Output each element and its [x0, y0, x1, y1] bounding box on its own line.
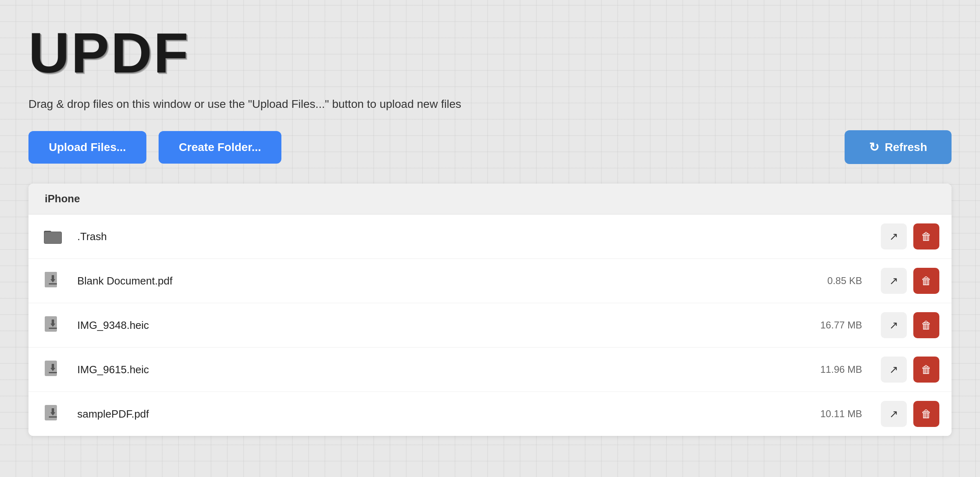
svg-rect-11 — [49, 328, 57, 329]
file-name: samplePDF.pdf — [77, 408, 797, 420]
svg-rect-18 — [52, 408, 54, 413]
svg-rect-6 — [52, 275, 54, 280]
download-icon — [41, 357, 65, 382]
file-name: IMG_9348.heic — [77, 319, 797, 332]
file-row: IMG_9615.heic 11.96 MB ↗ 🗑 — [28, 348, 952, 392]
delete-button[interactable]: 🗑 — [913, 223, 939, 249]
delete-button[interactable]: 🗑 — [913, 401, 939, 427]
open-button[interactable]: ↗ — [881, 401, 907, 427]
svg-rect-2 — [44, 232, 61, 243]
share-icon: ↗ — [889, 408, 898, 420]
file-row: samplePDF.pdf 10.11 MB ↗ 🗑 — [28, 392, 952, 436]
svg-rect-14 — [52, 364, 54, 369]
create-folder-button[interactable]: Create Folder... — [159, 131, 281, 164]
delete-button[interactable]: 🗑 — [913, 357, 939, 383]
file-row: Blank Document.pdf 0.85 KB ↗ 🗑 — [28, 259, 952, 303]
file-size: 16.77 MB — [797, 319, 862, 331]
trash-icon: 🗑 — [921, 408, 932, 420]
file-name: .Trash — [77, 230, 797, 243]
file-size: 11.96 MB — [797, 364, 862, 375]
file-name: Blank Document.pdf — [77, 275, 797, 287]
delete-button[interactable]: 🗑 — [913, 312, 939, 338]
file-panel: iPhone .Trash ↗ 🗑 — [28, 184, 952, 436]
share-icon: ↗ — [889, 319, 898, 332]
file-name: IMG_9615.heic — [77, 363, 797, 376]
share-icon: ↗ — [889, 275, 898, 287]
subtitle: Drag & drop files on this window or use … — [28, 98, 952, 111]
svg-rect-10 — [52, 319, 54, 324]
share-icon: ↗ — [889, 363, 898, 376]
folder-icon — [41, 224, 65, 249]
panel-header: iPhone — [28, 184, 952, 214]
toolbar: Upload Files... Create Folder... ↻ Refre… — [28, 130, 952, 164]
download-icon — [41, 402, 65, 426]
file-row: .Trash ↗ 🗑 — [28, 214, 952, 259]
file-size: 0.85 KB — [797, 275, 862, 287]
refresh-button[interactable]: ↻ Refresh — [845, 130, 952, 164]
open-button[interactable]: ↗ — [881, 312, 907, 338]
download-icon — [41, 313, 65, 337]
trash-icon: 🗑 — [921, 319, 932, 332]
refresh-icon: ↻ — [869, 140, 879, 154]
trash-icon: 🗑 — [921, 230, 932, 243]
file-row: IMG_9348.heic 16.77 MB ↗ 🗑 — [28, 303, 952, 348]
download-icon — [41, 269, 65, 293]
svg-rect-15 — [49, 372, 57, 373]
trash-icon: 🗑 — [921, 363, 932, 376]
share-icon: ↗ — [889, 230, 898, 243]
open-button[interactable]: ↗ — [881, 357, 907, 383]
delete-button[interactable]: 🗑 — [913, 268, 939, 294]
open-button[interactable]: ↗ — [881, 223, 907, 249]
file-size: 10.11 MB — [797, 408, 862, 420]
svg-rect-19 — [49, 416, 57, 418]
trash-icon: 🗑 — [921, 275, 932, 287]
svg-rect-7 — [49, 283, 57, 284]
open-button[interactable]: ↗ — [881, 268, 907, 294]
logo: UPDF — [28, 24, 952, 81]
upload-files-button[interactable]: Upload Files... — [28, 131, 146, 164]
refresh-label: Refresh — [885, 141, 927, 154]
